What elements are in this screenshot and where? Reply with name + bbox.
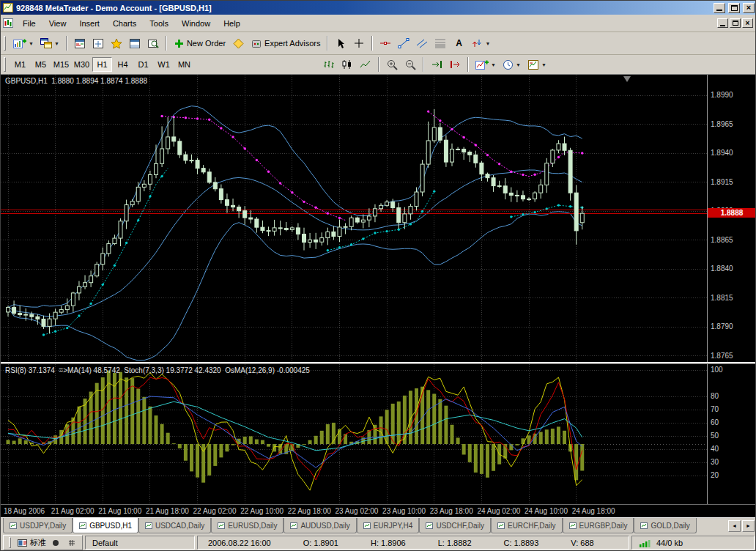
line-chart-button[interactable] <box>357 56 374 73</box>
bar-volume: V: 688 <box>571 539 593 547</box>
tab-eurgbp-daily[interactable]: EURGBP,Daily <box>563 518 634 533</box>
tab-eurchf-daily[interactable]: EURCHF,Daily <box>491 518 563 533</box>
chart-tab-icon <box>10 522 17 529</box>
auto-scroll-button[interactable] <box>428 56 445 73</box>
toolbar-grip[interactable] <box>4 57 6 72</box>
new-chart-button[interactable]: ▼ <box>10 35 37 51</box>
window-maximize-button[interactable] <box>728 3 740 13</box>
mdi-minimize-button[interactable] <box>717 18 728 28</box>
terminal-button[interactable] <box>126 35 144 51</box>
indicators-button[interactable]: ▼ <box>472 56 499 73</box>
cursor-button[interactable] <box>332 35 349 51</box>
tab-gold-daily[interactable]: GOLD,Daily <box>634 518 696 533</box>
tab-usdcad-daily[interactable]: USDCAD,Daily <box>138 518 211 533</box>
price-chart-canvas[interactable] <box>1 75 756 362</box>
clock-icon <box>503 59 514 70</box>
periods-button[interactable]: ▼ <box>500 56 524 73</box>
chart-shift-button[interactable] <box>446 56 464 73</box>
horizontal-line-button[interactable] <box>377 35 394 51</box>
equidistant-channel-button[interactable] <box>413 35 431 51</box>
menu-bar: File View Insert Charts Tools Window Hel… <box>1 15 756 32</box>
chart-info-label: GBPUSD,H1 1.8880 1.8894 1.8874 1.8888 <box>5 77 147 85</box>
indicators-icon <box>475 59 489 70</box>
channel-icon <box>416 38 428 48</box>
menu-charts[interactable]: Charts <box>106 16 143 31</box>
tab-gbpusd-h1[interactable]: GBPUSD,H1 <box>73 518 138 533</box>
arrows-button[interactable]: ▼ <box>468 35 493 51</box>
price-axis-label: 1.8990 <box>711 91 733 99</box>
timeframe-m1-button[interactable]: M1 <box>10 57 30 72</box>
grid-mode-button[interactable] <box>65 536 78 549</box>
tab-label: EURUSD,Daily <box>228 522 277 530</box>
tab-label: GBPUSD,H1 <box>89 522 132 530</box>
timeframe-mn-button[interactable]: MN <box>174 57 194 72</box>
navigator-button[interactable] <box>108 35 125 51</box>
tab-audusd-daily[interactable]: AUDUSD,Daily <box>284 518 356 533</box>
tab-usdjpy-daily[interactable]: USDJPY,Daily <box>3 518 73 533</box>
market-watch-button[interactable] <box>71 35 89 51</box>
menu-help[interactable]: Help <box>217 16 247 31</box>
profile-name-label[interactable]: 标准 <box>30 537 46 548</box>
price-axis-label: 1.8840 <box>711 265 733 273</box>
indicator-canvas[interactable] <box>1 364 756 504</box>
pointer-mode-icon <box>51 539 60 547</box>
window-minimize-button[interactable] <box>714 3 725 13</box>
expert-advisors-button[interactable]: Expert Advisors <box>248 35 323 51</box>
zoom-out-icon <box>405 59 416 70</box>
menu-file[interactable]: File <box>16 16 42 31</box>
data-window-button[interactable] <box>89 35 107 51</box>
toolbar-separator <box>66 36 67 51</box>
mdi-restore-button[interactable] <box>730 18 741 28</box>
zoom-out-button[interactable] <box>401 56 419 73</box>
bar-chart-button[interactable] <box>320 56 338 73</box>
menu-tools[interactable]: Tools <box>143 16 175 31</box>
chart-mdi-icon[interactable] <box>3 18 13 28</box>
templates-button[interactable]: ▼ <box>525 56 549 73</box>
price-axis-label: 1.8915 <box>711 178 733 186</box>
chart-tab-icon <box>79 522 86 529</box>
zoom-in-icon <box>387 59 398 70</box>
indicator-panel[interactable]: RSI(8) 37.1374 =>MA(14) 48.5742 Stoch(7,… <box>1 364 756 504</box>
new-order-button[interactable]: New Order <box>171 35 229 51</box>
window-close-button[interactable]: × <box>743 3 755 13</box>
time-axis-label: 21 Aug 02:00 <box>51 507 94 515</box>
toolbar-grip[interactable] <box>9 537 11 548</box>
menu-window[interactable]: Window <box>175 16 217 31</box>
tab-usdchf-daily[interactable]: USDCHF,Daily <box>419 518 491 533</box>
timeframe-h4-button[interactable]: H4 <box>113 57 133 72</box>
timeframe-m5-button[interactable]: M5 <box>31 57 51 72</box>
metaeditor-button[interactable] <box>229 35 247 51</box>
tab-scroll-right-button[interactable]: ► <box>742 520 755 532</box>
fibonacci-icon <box>434 38 446 48</box>
trendline-button[interactable] <box>395 35 412 51</box>
timeframe-h1-button[interactable]: H1 <box>92 57 112 72</box>
tab-eurusd-daily[interactable]: EURUSD,Daily <box>211 518 284 533</box>
crosshair-button[interactable] <box>350 35 368 51</box>
navigator-star-icon <box>111 38 122 49</box>
toolbar-grip[interactable] <box>4 36 6 51</box>
zoom-in-button[interactable] <box>383 56 401 73</box>
time-axis-label: 23 Aug 02:00 <box>335 507 378 515</box>
timeframe-m15-button[interactable]: M15 <box>51 57 71 72</box>
timeframe-m30-button[interactable]: M30 <box>72 57 92 72</box>
template-name: Default <box>92 539 118 547</box>
tab-eurjpy-h4[interactable]: EURJPY,H4 <box>357 518 420 533</box>
time-axis-label: 22 Aug 10:00 <box>240 507 284 515</box>
tab-label: EURJPY,H4 <box>374 522 413 530</box>
fibonacci-button[interactable] <box>431 35 449 51</box>
timeframe-d1-button[interactable]: D1 <box>133 57 153 72</box>
tab-scroll-left-button[interactable]: ◄ <box>728 520 741 532</box>
text-label-button[interactable]: A <box>450 35 467 51</box>
candlestick-chart-button[interactable] <box>338 56 356 73</box>
dropdown-caret-icon: ▼ <box>491 62 496 67</box>
terminal-icon <box>129 38 141 49</box>
mdi-close-button[interactable]: × <box>742 18 753 28</box>
market-watch-icon <box>74 38 86 49</box>
menu-view[interactable]: View <box>42 16 73 31</box>
pointer-mode-button[interactable] <box>49 536 62 549</box>
price-axis-label: 1.8765 <box>711 352 733 360</box>
main-chart-panel[interactable]: GBPUSD,H1 1.8880 1.8894 1.8874 1.8888 1.… <box>1 75 756 362</box>
strategy-tester-button[interactable] <box>144 35 162 51</box>
profiles-button[interactable]: ▼ <box>37 35 62 51</box>
menu-insert[interactable]: Insert <box>73 16 106 31</box>
